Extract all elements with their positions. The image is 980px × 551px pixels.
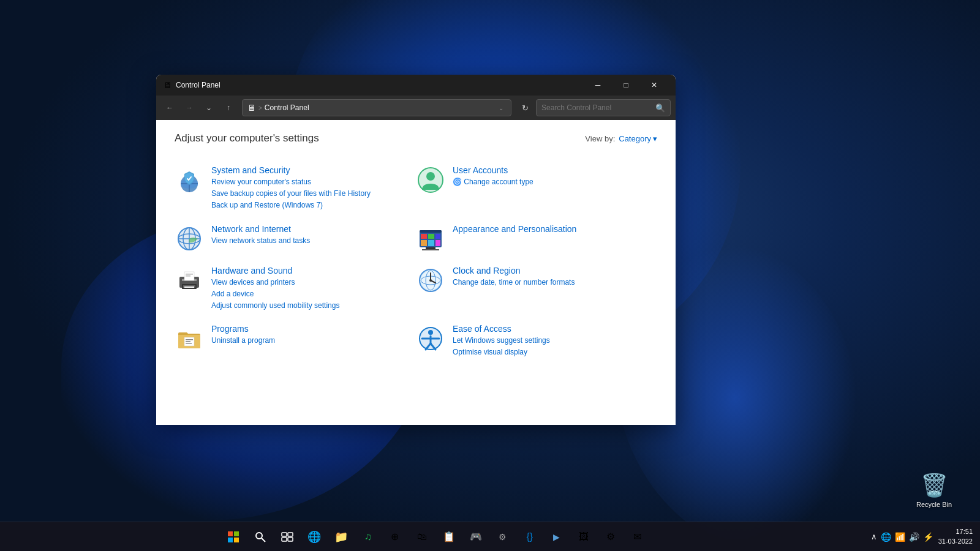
category-network: Network and Internet View network status… xyxy=(175,218,416,260)
back-button[interactable]: ← xyxy=(161,99,178,116)
network-link-1[interactable]: View network status and tasks xyxy=(211,235,310,247)
spotify-button[interactable]: ♫ xyxy=(356,525,380,549)
explorer-button[interactable]: 📁 xyxy=(329,525,353,549)
hardware-link-2[interactable]: Add a device xyxy=(211,288,339,300)
settings-taskbar-button[interactable]: ⚙ xyxy=(598,525,623,549)
programs-link-1[interactable]: Uninstall a program xyxy=(211,335,275,347)
svg-rect-22 xyxy=(422,249,439,250)
ease-of-access-info: Ease of Access Let Windows suggest setti… xyxy=(453,324,550,358)
search-box[interactable]: 🔍 xyxy=(536,99,671,116)
network-icon xyxy=(175,224,204,253)
clock-title[interactable]: Clock and Region xyxy=(453,266,575,276)
control-panel-window: 🖥 Control Panel ─ □ ✕ ← → ⌄ ↑ 🖥 > Contro… xyxy=(156,75,676,425)
user-accounts-title[interactable]: User Accounts xyxy=(453,165,533,175)
recent-button[interactable]: ⌄ xyxy=(200,99,217,116)
taskbar-icons: 🌐 📁 ♫ ⊕ 🛍 📋 🎮 ⚙ {} ▶ 🖼 ⚙ ✉ xyxy=(0,525,871,549)
svg-rect-57 xyxy=(282,538,287,541)
clock-date: 31-03-2022 xyxy=(938,537,973,546)
search-icon[interactable]: 🔍 xyxy=(655,103,665,113)
recycle-bin-icon: 🗑️ xyxy=(921,473,948,498)
clock-icon xyxy=(416,266,445,295)
address-icon: 🖥 xyxy=(247,103,256,113)
system-security-title[interactable]: System and Security xyxy=(211,165,371,175)
programs-icon xyxy=(175,324,204,353)
store-button[interactable]: 🛍 xyxy=(410,525,434,549)
clock-info: Clock and Region Change date, time or nu… xyxy=(453,266,575,288)
forward-button[interactable]: → xyxy=(181,99,198,116)
system-security-link-2[interactable]: Save backup copies of your files with Fi… xyxy=(211,188,371,200)
navigation-bar: ← → ⌄ ↑ 🖥 > Control Panel ⌄ ↻ 🔍 xyxy=(156,96,676,120)
refresh-button[interactable]: ↻ xyxy=(516,99,533,116)
search-input[interactable] xyxy=(541,103,655,112)
svg-line-54 xyxy=(262,538,265,542)
ease-of-access-title[interactable]: Ease of Access xyxy=(453,324,550,334)
recycle-bin-label: Recycle Bin xyxy=(916,501,952,508)
svg-rect-15 xyxy=(421,234,427,239)
hardware-title[interactable]: Hardware and Sound xyxy=(211,266,339,276)
system-security-icon xyxy=(175,165,204,195)
system-security-link-1[interactable]: Review your computer's status xyxy=(211,176,371,188)
up-button[interactable]: ↑ xyxy=(220,99,237,116)
taskview-button[interactable] xyxy=(275,525,300,549)
svg-rect-58 xyxy=(288,538,293,541)
minimize-button[interactable]: ─ xyxy=(584,75,612,96)
system-tray: ∧ 🌐 📶 🔊 ⚡ xyxy=(871,532,933,542)
svg-point-44 xyxy=(428,330,433,335)
hardware-icon xyxy=(175,266,204,295)
notepad-button[interactable]: 📋 xyxy=(437,525,461,549)
programs-title[interactable]: Programs xyxy=(211,324,275,334)
svg-rect-40 xyxy=(186,341,190,342)
hardware-info: Hardware and Sound View devices and prin… xyxy=(211,266,339,312)
search-taskbar-button[interactable] xyxy=(248,525,273,549)
address-separator: > xyxy=(258,105,262,111)
appearance-title[interactable]: Appearance and Personalisation xyxy=(453,224,576,234)
close-button[interactable]: ✕ xyxy=(640,75,668,96)
ease-of-access-link-2[interactable]: Optimise visual display xyxy=(453,347,550,358)
svg-rect-14 xyxy=(420,230,442,233)
volume-icon[interactable]: 🔊 xyxy=(909,532,919,542)
tool-button[interactable]: ⚙ xyxy=(491,525,515,549)
clock-link-1[interactable]: Change date, time or number formats xyxy=(453,277,575,288)
view-by-chevron-icon: ▾ xyxy=(653,134,657,143)
hardware-link-1[interactable]: View devices and printers xyxy=(211,277,339,288)
programs-info: Programs Uninstall a program xyxy=(211,324,275,347)
svg-rect-18 xyxy=(421,240,427,246)
svg-rect-41 xyxy=(186,343,192,344)
window-icon: 🖥 xyxy=(164,80,172,90)
svg-rect-16 xyxy=(428,234,434,239)
address-bar[interactable]: 🖥 > Control Panel ⌄ xyxy=(242,99,511,116)
maximize-button[interactable]: □ xyxy=(612,75,640,96)
svg-point-6 xyxy=(426,172,435,181)
game-button[interactable]: 🎮 xyxy=(464,525,488,549)
appearance-info: Appearance and Personalisation xyxy=(453,224,576,235)
address-dropdown[interactable]: ⌄ xyxy=(496,105,506,111)
recycle-bin[interactable]: 🗑️ Recycle Bin xyxy=(913,473,956,508)
photo-button[interactable]: 🖼 xyxy=(571,525,596,549)
svg-rect-51 xyxy=(228,538,233,542)
category-appearance: Appearance and Personalisation xyxy=(416,218,657,260)
hardware-link-3[interactable]: Adjust commonly used mobility settings xyxy=(211,300,339,312)
ease-of-access-link-1[interactable]: Let Windows suggest settings xyxy=(453,335,550,347)
start-button[interactable] xyxy=(221,525,246,549)
system-security-link-3[interactable]: Back up and Restore (Windows 7) xyxy=(211,200,371,211)
view-by-label: View by: xyxy=(585,134,615,143)
mail-button[interactable]: ✉ xyxy=(625,525,650,549)
category-system-security: System and Security Review your computer… xyxy=(175,159,416,218)
vscode-button[interactable]: {} xyxy=(518,525,542,549)
terminal-button[interactable]: ▶ xyxy=(545,525,569,549)
svg-rect-19 xyxy=(428,240,434,246)
tray-overflow[interactable]: ∧ xyxy=(871,532,877,541)
wifi-icon[interactable]: 📶 xyxy=(895,532,905,542)
apps-button[interactable]: ⊕ xyxy=(383,525,407,549)
taskbar: 🌐 📁 ♫ ⊕ 🛍 📋 🎮 ⚙ {} ▶ 🖼 ⚙ ✉ ∧ 🌐 📶 🔊 ⚡ 17:… xyxy=(0,522,980,551)
svg-rect-20 xyxy=(435,240,440,246)
view-by-dropdown[interactable]: Category ▾ xyxy=(619,134,657,143)
chrome-button[interactable]: 🌐 xyxy=(302,525,326,549)
svg-rect-52 xyxy=(234,538,239,542)
category-ease-of-access: Ease of Access Let Windows suggest setti… xyxy=(416,318,657,364)
user-accounts-link-1[interactable]: 🌀 Change account type xyxy=(453,176,533,188)
page-heading: Adjust your computer's settings xyxy=(175,132,319,144)
clock-display[interactable]: 17:51 31-03-2022 xyxy=(938,527,973,546)
content-area: Adjust your computer's settings View by:… xyxy=(156,120,676,425)
network-title[interactable]: Network and Internet xyxy=(211,224,310,234)
